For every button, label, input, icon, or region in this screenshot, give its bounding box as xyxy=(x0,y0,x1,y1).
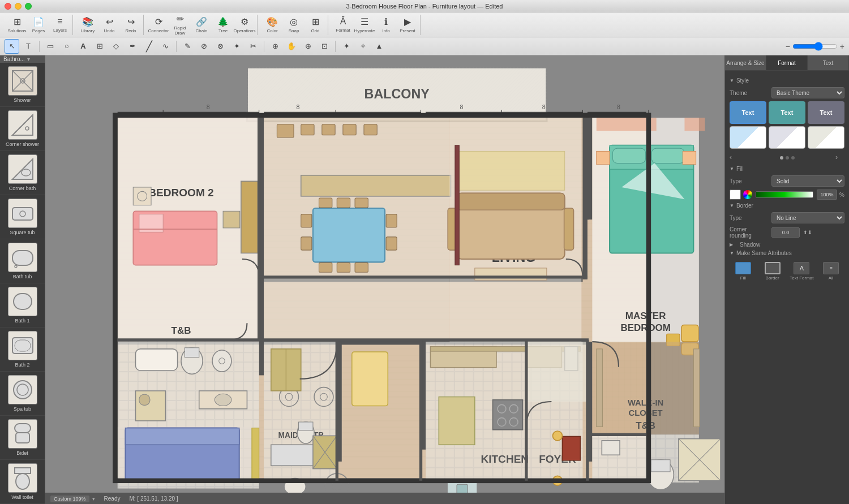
minimize-button[interactable] xyxy=(15,3,22,10)
close-button[interactable] xyxy=(5,3,11,10)
fill-type-select[interactable]: Solid xyxy=(771,175,844,187)
sidebar-header[interactable]: Bathro... ▾ xyxy=(0,55,45,63)
next-style-arrow[interactable]: › xyxy=(835,153,844,162)
canvas-area[interactable]: BALCONY xyxy=(45,55,724,504)
theme-select[interactable]: Basic Theme xyxy=(771,87,844,98)
connector-button[interactable]: ⟳ Connector xyxy=(148,15,169,35)
style-preview-1[interactable]: Text xyxy=(730,101,766,124)
edit-tool[interactable]: ⊘ xyxy=(196,39,211,54)
tab-arrange-size[interactable]: Arrange & Size xyxy=(725,55,766,70)
info-button[interactable]: ℹ Info xyxy=(376,15,396,35)
style-preview-5[interactable] xyxy=(769,126,805,149)
tool-separator-3 xyxy=(264,41,264,52)
rectangle-tool[interactable]: ▭ xyxy=(43,39,58,54)
pen-tool[interactable]: ✒ xyxy=(125,39,140,54)
hand-tool[interactable]: ✋ xyxy=(284,39,299,54)
zoom-status[interactable]: Custom 109% ▾ xyxy=(50,495,95,503)
maximize-button[interactable] xyxy=(25,3,32,10)
chain-label: Chain xyxy=(196,28,208,33)
snap-button[interactable]: ◎ Snap xyxy=(284,15,304,35)
chain-button[interactable]: 🔗 Chain xyxy=(191,15,212,35)
shape-tool[interactable]: ◇ xyxy=(109,39,123,54)
select-tool[interactable]: ↖ xyxy=(5,39,19,54)
ready-status: Ready xyxy=(104,496,121,502)
border-type-select[interactable]: No Line xyxy=(771,212,844,223)
crop-tool[interactable]: ⊡ xyxy=(317,39,332,54)
redo-button[interactable]: ↪ Redo xyxy=(121,15,141,35)
zoom-in-tool[interactable]: ⊕ xyxy=(301,39,315,54)
make-same-fill-btn[interactable]: Fill xyxy=(730,260,757,283)
make-same-border-btn[interactable]: Border xyxy=(759,260,786,283)
operations-button[interactable]: ⚙ Operations xyxy=(234,15,255,35)
svg-rect-67 xyxy=(364,124,377,135)
library-button[interactable]: 📚 Library xyxy=(78,15,98,35)
svg-rect-98 xyxy=(135,349,177,371)
move-tool[interactable]: ⊕ xyxy=(268,39,282,54)
magnet-tool[interactable]: ✦ xyxy=(339,39,354,54)
solutions-button[interactable]: ⊞ Solutions xyxy=(7,15,27,35)
fill-color-picker[interactable] xyxy=(743,190,752,199)
bucket-tool[interactable]: ▲ xyxy=(372,39,387,54)
sidebar-item-bidet[interactable]: Bidet xyxy=(0,416,45,460)
dropper-tool[interactable]: ✦ xyxy=(229,39,244,54)
sidebar-item-bath-tub[interactable]: Bath tub xyxy=(0,239,45,283)
text-tool[interactable]: T xyxy=(21,39,36,54)
corner-rounding-input[interactable] xyxy=(771,227,800,238)
present-button[interactable]: ▶ Present xyxy=(397,15,418,35)
line-tool[interactable]: ╱ xyxy=(142,39,156,54)
tool-separator-1 xyxy=(39,41,40,52)
svg-rect-11 xyxy=(12,251,33,265)
floor-plan-svg[interactable]: BALCONY xyxy=(45,55,724,493)
table-tool[interactable]: ⊞ xyxy=(92,39,107,54)
hypernote-icon: ☰ xyxy=(361,16,368,27)
svg-rect-85 xyxy=(681,325,698,342)
style-preview-3[interactable]: Text xyxy=(808,101,844,124)
curve-tool[interactable]: ∿ xyxy=(158,39,173,54)
layers-button[interactable]: ≡ Layers xyxy=(50,15,70,35)
sidebar-item-corner-bath[interactable]: Corner bath xyxy=(0,151,45,195)
make-same-text-format-btn[interactable]: A Text Format xyxy=(788,260,816,283)
style-preview-2[interactable]: Text xyxy=(769,101,805,124)
tab-text[interactable]: Text xyxy=(808,55,849,70)
corner-shower-label: Corner shower xyxy=(6,141,39,147)
tree-button[interactable]: 🌲 Tree xyxy=(213,15,233,35)
color-button[interactable]: 🎨 Color xyxy=(262,15,282,35)
fill-gradient-slider[interactable] xyxy=(756,191,813,198)
sidebar-item-shower[interactable]: Shower xyxy=(0,63,45,107)
hypernote-button[interactable]: ☰ Hypernote xyxy=(354,15,375,35)
style-preview-4[interactable] xyxy=(730,126,766,149)
fill-opacity-input[interactable] xyxy=(817,189,837,200)
format-button[interactable]: Ā Format xyxy=(333,15,353,35)
draw-tool[interactable]: ✎ xyxy=(180,39,195,54)
tree-label: Tree xyxy=(218,28,228,33)
sidebar-item-bath1[interactable]: Bath 1 xyxy=(0,283,45,328)
text-shape-tool[interactable]: A xyxy=(76,39,91,54)
shadow-row[interactable]: ▶ Shadow xyxy=(730,242,844,248)
main-area: Bathro... ▾ Shower xyxy=(0,55,849,504)
grid-button[interactable]: ⊞ Grid xyxy=(305,15,325,35)
pages-button[interactable]: 📄 Pages xyxy=(28,15,49,35)
sidebar-item-spa-tub[interactable]: Spa tub xyxy=(0,372,45,416)
tab-format[interactable]: Format xyxy=(766,55,808,70)
make-same-all-btn[interactable]: ≡ All xyxy=(817,260,844,283)
svg-point-16 xyxy=(14,381,32,399)
scissors-tool[interactable]: ✂ xyxy=(246,39,260,54)
style-preview-6[interactable] xyxy=(808,126,844,149)
svg-rect-76 xyxy=(455,145,459,265)
wand-tool[interactable]: ✧ xyxy=(355,39,370,54)
toolbar-group-format: Ā Format ☰ Hypernote ℹ Info ▶ Present xyxy=(331,15,421,35)
sidebar-item-square-tub[interactable]: Square tub xyxy=(0,195,45,239)
prev-style-arrow[interactable]: ‹ xyxy=(730,153,739,162)
svg-rect-80 xyxy=(612,148,645,163)
sidebar-item-wall-toilet[interactable]: Wall toilet xyxy=(0,460,45,504)
undo-button[interactable]: ↩ Undo xyxy=(99,15,119,35)
sidebar-item-bath2[interactable]: Bath 2 xyxy=(0,328,45,372)
grid-label: Grid xyxy=(311,28,319,33)
paint-tool[interactable]: ⊗ xyxy=(213,39,228,54)
fill-color-swatch[interactable] xyxy=(730,189,741,200)
ellipse-tool[interactable]: ○ xyxy=(59,39,74,54)
rapid-draw-button[interactable]: ✏ Rapid Draw xyxy=(170,15,190,35)
zoom-slider[interactable] xyxy=(792,42,838,51)
zoom-badge[interactable]: Custom 109% xyxy=(50,495,90,503)
sidebar-item-corner-shower[interactable]: Corner shower xyxy=(0,107,45,151)
